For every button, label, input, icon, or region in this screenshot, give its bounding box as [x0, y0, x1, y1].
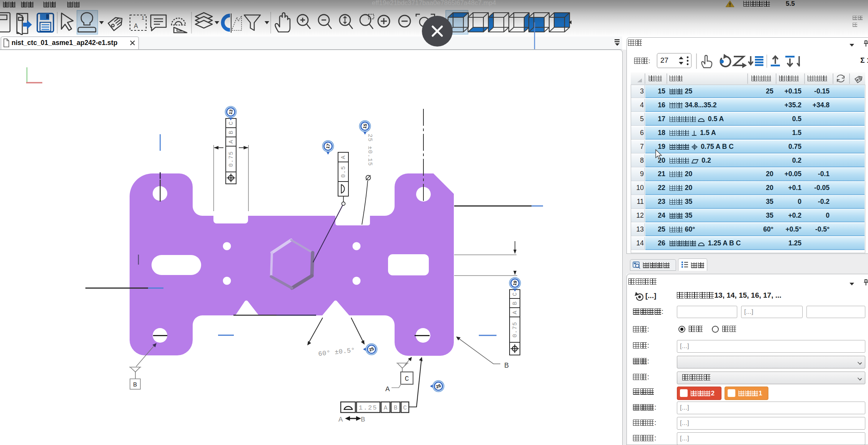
svg-text:C: C	[228, 121, 235, 125]
svg-text:B: B	[511, 301, 518, 305]
svg-text:B: B	[361, 415, 365, 424]
svg-text:13: 13	[228, 109, 233, 115]
svg-text:B: B	[394, 405, 398, 412]
svg-text:A: A	[228, 140, 235, 143]
svg-text:A: A	[338, 415, 343, 424]
svg-text:60° ±0.5°: 60° ±0.5°	[318, 347, 356, 358]
svg-text:A: A	[385, 385, 390, 393]
svg-text:1.25: 1.25	[359, 404, 378, 412]
svg-text:25 ±0.15: 25 ±0.15	[367, 134, 373, 166]
svg-text:0.75: 0.75	[511, 322, 518, 337]
svg-text:A: A	[340, 155, 347, 159]
svg-text:19: 19	[512, 280, 518, 286]
svg-text:0.5: 0.5	[340, 166, 347, 178]
svg-text:B: B	[133, 381, 137, 388]
svg-text:17: 17	[325, 143, 331, 149]
svg-text:C: C	[511, 292, 518, 296]
svg-text:B: B	[504, 361, 509, 370]
svg-text:C: C	[403, 405, 407, 412]
svg-text:B: B	[228, 130, 235, 134]
svg-text:0.75: 0.75	[228, 151, 235, 167]
svg-text:A: A	[384, 405, 388, 412]
svg-text:A: A	[511, 310, 518, 314]
svg-text:C: C	[405, 375, 409, 383]
